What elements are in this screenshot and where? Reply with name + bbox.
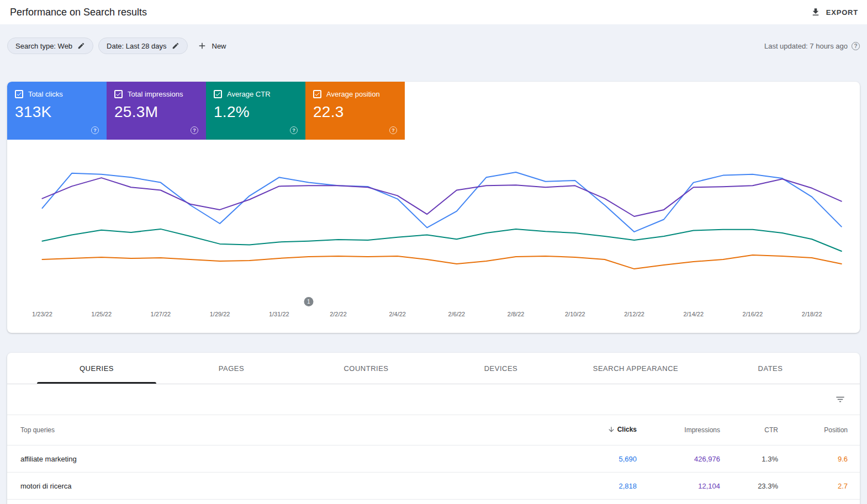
metric-card-total-impressions[interactable]: Total impressions 25.3M ? [107, 82, 206, 140]
tab-devices[interactable]: DEVICES [434, 353, 568, 384]
query-cell[interactable]: affiliate marketing [7, 455, 554, 463]
date-range-chip[interactable]: Date: Last 28 days [98, 38, 187, 54]
help-icon[interactable]: ? [290, 126, 298, 134]
series-position [42, 255, 841, 269]
x-axis-label: 1/23/22 [32, 311, 52, 317]
help-icon[interactable]: ? [852, 42, 860, 50]
metric-value: 25.3M [114, 103, 198, 121]
x-axis-label: 2/16/22 [743, 311, 763, 317]
last-updated-text: Last updated: 7 hours ago [764, 42, 848, 50]
metric-card-average-position[interactable]: Average position 22.3 ? [305, 82, 405, 140]
ctr-cell: 23.3% [720, 482, 778, 490]
x-axis-label: 2/10/22 [565, 311, 585, 317]
x-axis-label: 1/31/22 [269, 311, 289, 317]
metric-value: 22.3 [313, 103, 397, 121]
new-filter-label: New [212, 42, 226, 50]
x-axis-label: 2/14/22 [683, 311, 704, 317]
metric-card-total-clicks[interactable]: Total clicks 313K ? [7, 82, 107, 140]
filter-toolbar: Search type: Web Date: Last 28 days New … [7, 38, 860, 54]
impressions-cell: 12,104 [637, 482, 720, 490]
dimensions-table-card: QUERIES PAGES COUNTRIES DEVICES SEARCH A… [7, 353, 860, 504]
x-axis-label: 1/27/22 [151, 311, 171, 317]
check-icon [314, 91, 320, 97]
check-icon [215, 91, 221, 97]
filter-list-icon[interactable] [835, 394, 845, 405]
queries-table: Top queries Clicks Impressions CTR Posit… [7, 415, 860, 504]
plus-icon [197, 41, 207, 51]
query-row[interactable]: motori di ricerca 2,818 12,104 23.3% 2.7 [7, 472, 860, 499]
x-axis-label: 2/18/22 [802, 311, 822, 317]
new-filter-button[interactable]: New [197, 41, 226, 51]
table-filter-bar [7, 384, 860, 415]
query-row[interactable] [7, 499, 860, 504]
metric-label: Average CTR [227, 90, 271, 98]
position-column-header[interactable]: Position [778, 426, 848, 434]
page-title: Performance on Search results [10, 7, 147, 18]
total-clicks-checkbox[interactable] [15, 90, 23, 98]
metric-label: Average position [326, 90, 380, 98]
average-position-checkbox[interactable] [313, 90, 321, 98]
metric-value: 1.2% [214, 103, 298, 121]
x-axis-labels: 1/23/221/25/221/27/221/29/221/31/222/2/2… [7, 311, 860, 321]
series-ctr [42, 229, 841, 251]
sort-arrow-down-icon [607, 426, 615, 433]
impressions-cell: 426,976 [637, 455, 720, 463]
impressions-column-header[interactable]: Impressions [637, 426, 720, 434]
download-icon [811, 7, 821, 17]
average-ctr-checkbox[interactable] [214, 90, 222, 98]
x-axis-label: 2/6/22 [448, 311, 466, 317]
top-bar: Performance on Search results EXPORT [0, 0, 867, 24]
x-axis-label: 2/12/22 [624, 311, 644, 317]
clicks-cell: 5,690 [554, 455, 637, 463]
search-update-annotation-badge[interactable]: 1 [304, 297, 313, 306]
export-label: EXPORT [826, 8, 858, 17]
tab-dates[interactable]: DATES [703, 353, 838, 384]
tab-queries[interactable]: QUERIES [29, 353, 164, 384]
metric-cards: Total clicks 313K ? Total impressions 25… [7, 82, 860, 140]
check-icon [115, 91, 121, 97]
help-icon[interactable]: ? [389, 126, 397, 134]
clicks-cell: 2,818 [554, 482, 637, 490]
metric-card-average-ctr[interactable]: Average CTR 1.2% ? [206, 82, 305, 140]
clicks-column-header[interactable]: Clicks [554, 426, 637, 433]
query-cell[interactable]: motori di ricerca [7, 482, 554, 490]
search-type-chip-label: Search type: Web [15, 42, 72, 50]
tab-search-appearance[interactable]: SEARCH APPEARANCE [568, 353, 703, 384]
export-button[interactable]: EXPORT [811, 7, 858, 17]
metric-value: 313K [15, 103, 99, 121]
date-range-chip-label: Date: Last 28 days [107, 42, 166, 50]
dimension-tabs: QUERIES PAGES COUNTRIES DEVICES SEARCH A… [7, 353, 860, 384]
metric-label: Total clicks [28, 90, 63, 98]
last-updated: Last updated: 7 hours ago ? [764, 42, 860, 50]
help-icon[interactable]: ? [91, 126, 99, 134]
x-axis-label: 1/25/22 [91, 311, 112, 317]
tab-countries[interactable]: COUNTRIES [299, 353, 434, 384]
help-icon[interactable]: ? [191, 126, 198, 134]
table-header-row: Top queries Clicks Impressions CTR Posit… [7, 415, 860, 445]
top-queries-header: Top queries [7, 426, 554, 434]
position-cell: 2.7 [778, 482, 848, 490]
pencil-icon [172, 42, 179, 50]
check-icon [16, 91, 22, 97]
performance-line-chart [7, 146, 860, 306]
pencil-icon [77, 42, 85, 50]
total-impressions-checkbox[interactable] [114, 90, 123, 98]
x-axis-label: 2/4/22 [389, 311, 406, 317]
position-cell: 9.6 [778, 455, 848, 463]
ctr-cell: 1.3% [720, 455, 778, 463]
x-axis-label: 2/8/22 [507, 311, 525, 317]
x-axis-label: 1/29/22 [210, 311, 230, 317]
tab-pages[interactable]: PAGES [164, 353, 299, 384]
metric-label: Total impressions [128, 90, 183, 98]
x-axis-label: 2/2/22 [330, 311, 347, 317]
search-type-chip[interactable]: Search type: Web [7, 38, 93, 54]
query-row[interactable]: affiliate marketing 5,690 426,976 1.3% 9… [7, 445, 860, 472]
performance-chart-card: Total clicks 313K ? Total impressions 25… [7, 82, 860, 333]
ctr-column-header[interactable]: CTR [720, 426, 778, 434]
chart-area: 1 [7, 146, 860, 306]
